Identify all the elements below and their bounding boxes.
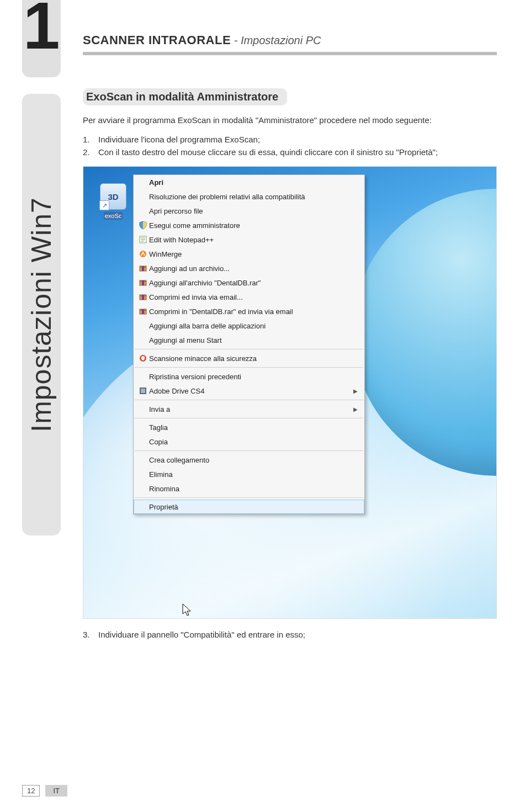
menu-icon-blank	[137, 335, 149, 345]
svg-rect-19	[141, 389, 145, 393]
menu-icon-blank	[137, 484, 149, 493]
header-title: SCANNER INTRAORALE	[83, 33, 231, 47]
menu-item-label: Scansione minacce alla sicurezza	[149, 354, 358, 363]
menu-item-label: Taglia	[149, 423, 358, 432]
menu-item-compmail[interactable]: Comprimi ed invia via email...	[134, 290, 364, 304]
menu-item-label: Aggiungi ad un archivio...	[149, 264, 358, 273]
page-header: SCANNER INTRAORALE - Impostazioni PC	[83, 33, 497, 55]
menu-icon-blank	[137, 502, 149, 512]
chapter-number: 1	[23, 0, 60, 59]
menu-separator	[135, 349, 363, 349]
content: ExoScan in modalità Amministratore Per a…	[83, 88, 497, 619]
menu-item-label: Esegui come amministratore	[149, 221, 358, 230]
header-sep: -	[231, 34, 241, 46]
menu-item-startmenu[interactable]: Aggiungi al menu Start	[134, 333, 364, 347]
menu-item-label: Invia a	[149, 405, 350, 413]
step-item: 2. Con il tasto destro del mouse cliccar…	[83, 146, 497, 159]
menu-item-restore[interactable]: Ripristina versioni precedenti	[134, 369, 364, 384]
menu-item-label: Copia	[149, 438, 358, 446]
section-subheading: ExoScan in modalità Amministratore	[83, 88, 287, 105]
menu-item-label: Edit with Notepad++	[149, 236, 358, 244]
step-number: 2.	[83, 146, 98, 159]
adobe-icon	[137, 386, 149, 396]
menu-item-label: Aggiungi al menu Start	[149, 336, 358, 344]
desktop-icon-label: exoSc	[104, 212, 123, 220]
svg-rect-7	[142, 266, 144, 271]
menu-item-openloc[interactable]: Apri percorso file	[134, 204, 364, 218]
desktop-icon-image: 3D ↗	[100, 183, 126, 210]
rar-icon	[137, 292, 149, 302]
menu-icon-blank	[137, 455, 149, 465]
rar-icon	[137, 306, 149, 316]
menu-item-rename[interactable]: Rinomina	[134, 481, 364, 496]
menu-separator	[135, 450, 363, 451]
menu-item-notepad[interactable]: Edit with Notepad++	[134, 232, 364, 247]
shield-icon	[137, 220, 149, 230]
menu-item-label: Apri	[149, 178, 358, 187]
menu-separator	[135, 367, 363, 368]
rar-icon	[137, 278, 149, 288]
menu-item-label: Ripristina versioni precedenti	[149, 373, 358, 381]
intro-paragraph: Per avviare il programma ExoScan in moda…	[83, 114, 497, 126]
menu-item-admin[interactable]: Esegui come amministratore	[134, 218, 364, 232]
menu-item-comprarmail[interactable]: Comprimi in "DentalDB.rar" ed invia via …	[134, 304, 364, 319]
menu-item-copy[interactable]: Copia	[134, 434, 364, 449]
submenu-arrow-icon: ▶	[353, 388, 358, 394]
step-text: Individuare l'icona del programma ExoSca…	[98, 134, 260, 146]
menu-item-label: Aggiungi alla barra delle applicazioni	[149, 322, 358, 330]
menu-icon-blank	[137, 206, 149, 216]
desktop-icon-exoscan[interactable]: 3D ↗ exoSc	[97, 183, 130, 220]
rar-icon	[137, 263, 149, 273]
context-menu[interactable]: ApriRisoluzione dei problemi relativi al…	[133, 174, 365, 514]
menu-separator	[135, 400, 363, 400]
document-page: 1 Impostazioni Win7 SCANNER INTRAORALE -…	[0, 0, 530, 812]
screenshot-win7-desktop: 3D ↗ exoSc ApriRisoluzione dei problemi …	[83, 166, 497, 619]
menu-icon-blank	[137, 469, 149, 479]
page-footer: 12 IT	[22, 785, 67, 797]
menu-item-apri[interactable]: Apri	[134, 175, 364, 189]
menu-item-delete[interactable]: Elimina	[134, 467, 364, 481]
menu-item-label: WinMerge	[149, 250, 358, 258]
menu-icon-blank	[137, 422, 149, 432]
menu-item-winmerge[interactable]: WinMerge	[134, 247, 364, 261]
winmerge-icon	[137, 249, 149, 259]
menu-item-compat[interactable]: Risoluzione dei problemi relativi alla c…	[134, 189, 364, 204]
menu-item-label: Proprietà	[149, 503, 358, 511]
menu-item-label: Comprimi ed invia via email...	[149, 293, 358, 301]
steps-list: 1. Individuare l'icona del programma Exo…	[83, 134, 497, 158]
menu-item-taskbar[interactable]: Aggiungi alla barra delle applicazioni	[134, 319, 364, 333]
menu-icon-blank	[137, 404, 149, 414]
note-icon	[137, 235, 149, 245]
after-screenshot-step: 3. Individuare il pannello "Compatibilit…	[83, 630, 497, 639]
menu-item-label: Rinomina	[149, 485, 358, 493]
menu-item-addarch[interactable]: Aggiungi ad un archivio...	[134, 261, 364, 275]
side-tab: Impostazioni Win7	[22, 94, 61, 535]
menu-item-sendto[interactable]: Invia a▶	[134, 402, 364, 416]
menu-icon-blank	[137, 371, 149, 381]
shortcut-arrow-icon: ↗	[99, 200, 109, 210]
menu-item-label: Elimina	[149, 470, 358, 479]
menu-item-props[interactable]: Proprietà	[134, 500, 364, 514]
step-item: 1. Individuare l'icona del programma Exo…	[83, 134, 497, 146]
step-text: Individuare il pannello "Compatibilità" …	[98, 630, 305, 639]
menu-item-label: Crea collegamento	[149, 456, 358, 464]
chapter-number-box: 1	[22, 0, 61, 77]
menu-separator	[135, 497, 363, 498]
menu-item-addrar[interactable]: Aggiungi all'archivio "DentalDB.rar"	[134, 275, 364, 290]
menu-icon-blank	[137, 177, 149, 187]
header-rule	[83, 52, 497, 55]
svg-rect-13	[142, 295, 144, 300]
menu-item-label: Adobe Drive CS4	[149, 387, 350, 395]
menu-icon-blank	[137, 321, 149, 331]
step-number: 3.	[83, 630, 98, 639]
side-tab-label: Impostazioni Win7	[25, 197, 57, 432]
menu-item-scan[interactable]: Scansione minacce alla sicurezza	[134, 351, 364, 365]
menu-item-cut[interactable]: Taglia	[134, 420, 364, 434]
menu-item-label: Aggiungi all'archivio "DentalDB.rar"	[149, 279, 358, 287]
menu-item-label: Risoluzione dei problemi relativi alla c…	[149, 193, 358, 201]
svg-rect-16	[142, 309, 144, 314]
step-text: Con il tasto destro del mouse cliccare s…	[98, 146, 438, 159]
page-number: 12	[22, 785, 40, 797]
menu-item-adobe[interactable]: Adobe Drive CS4▶	[134, 384, 364, 398]
menu-item-shortcut[interactable]: Crea collegamento	[134, 453, 364, 467]
